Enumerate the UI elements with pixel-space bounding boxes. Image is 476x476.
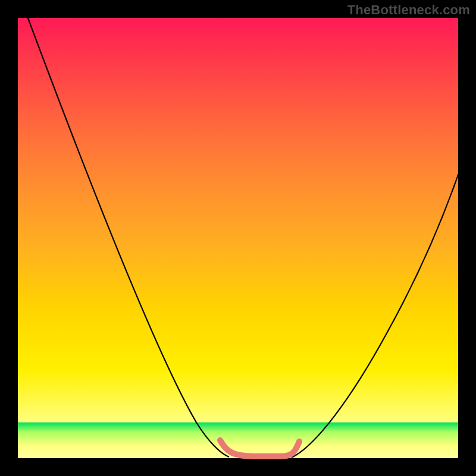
watermark-text: TheBottleneck.com [347,2,470,18]
chart-frame: TheBottleneck.com [0,0,476,476]
trough-highlight [220,440,299,456]
curve-layer [18,18,458,458]
right-curve [292,171,459,458]
left-curve [27,15,229,457]
plot-area [18,18,458,458]
